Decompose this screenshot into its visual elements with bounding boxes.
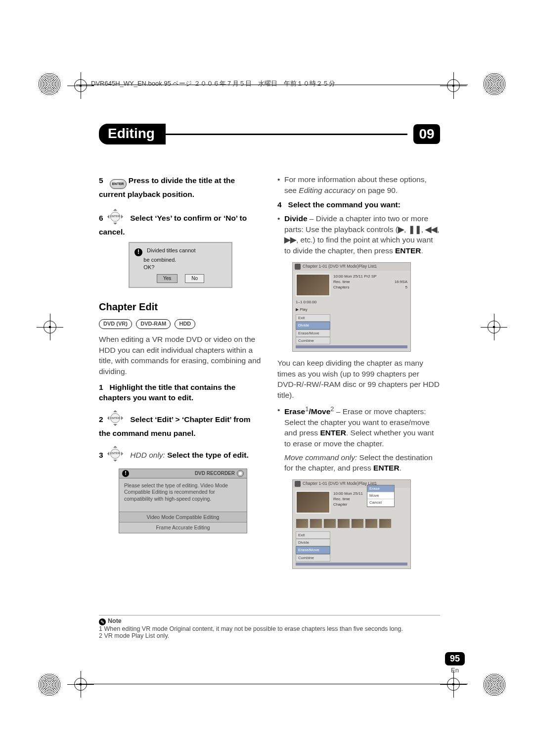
option-frame-accurate[interactable]: Frame Accurate Editing — [119, 522, 247, 533]
popup-cancel[interactable]: Cancel — [367, 499, 394, 506]
chapter-thumb — [323, 519, 336, 528]
register-mark — [38, 673, 61, 697]
step-number: 3 — [99, 451, 103, 459]
page-number: 95 En — [445, 652, 465, 674]
menu-exit[interactable]: Exit — [296, 531, 330, 539]
no-button[interactable]: No — [185, 274, 204, 283]
enter-label: ENTER — [373, 464, 400, 472]
note-text: Note — [108, 617, 122, 624]
menu-erase-move[interactable]: Erase/Move — [296, 546, 330, 554]
paragraph: You can keep dividing the chapter as man… — [277, 358, 440, 401]
window-title: Chapter 1-01 (DVD VR Mode)Play List1 — [303, 264, 377, 270]
nav-pad-icon: ENTER — [105, 207, 125, 227]
right-column: For more information about these options… — [277, 172, 440, 575]
label: Divide — [284, 214, 308, 223]
enter-button-icon: ENTER — [110, 179, 127, 189]
meta-value: 5 — [405, 284, 407, 290]
menu-combine[interactable]: Combine — [296, 337, 330, 344]
menu-divide[interactable]: Divide — [296, 539, 330, 546]
step-text: Select the type of edit. — [167, 451, 249, 459]
chapter-thumb — [310, 519, 322, 528]
step-1: 1 Highlight the title that contains the … — [99, 382, 262, 403]
step-4: 4 Select the command you want: — [277, 199, 440, 210]
step-text: Highlight the title that contains the ch… — [99, 383, 235, 402]
menu-exit[interactable]: Exit — [296, 314, 330, 322]
chapter-thumb — [337, 519, 350, 528]
chapter-title-bar: Editing 09 — [99, 124, 440, 144]
alert-icon: ! — [134, 248, 142, 256]
chapter-thumb — [296, 519, 309, 528]
dialog-body: Please select the type of editing. Video… — [119, 478, 247, 512]
title-rule — [166, 134, 407, 135]
step-number: 4 — [277, 200, 282, 209]
dialog-title: DVD RECORDER — [195, 470, 235, 477]
popup-menu: Erase Move Cancel — [367, 485, 395, 507]
mode-pill: DVD (VR) — [99, 319, 132, 329]
bullet-divide: Divide – Divide a chapter into two or mo… — [277, 213, 440, 256]
label: Erase — [284, 407, 305, 416]
text: on page 90. — [355, 186, 398, 194]
disc-icon — [237, 470, 244, 477]
meta-value: 16:9SA — [395, 279, 407, 284]
alert-icon: ! — [122, 470, 129, 477]
label: /Move — [309, 407, 330, 416]
rewind-icon: ◀◀ — [425, 225, 437, 234]
video-thumbnail — [296, 274, 330, 296]
menu-combine[interactable]: Combine — [296, 554, 330, 562]
timeline — [296, 563, 407, 566]
section-heading: Chapter Edit — [99, 300, 262, 314]
register-mark — [38, 72, 61, 96]
mode-pill: DVD-RAM — [136, 319, 171, 329]
crop-mark-icon — [484, 317, 504, 337]
chapter-title: Editing — [99, 124, 166, 144]
bullet-erase-move: Erase1/Move2 – Erase or move chapters: S… — [277, 405, 440, 449]
paragraph: Move command only: Select the destinatio… — [277, 452, 440, 473]
chapter-number-badge: 09 — [413, 124, 440, 144]
crop-mark-icon — [70, 75, 91, 96]
menu-erase-move[interactable]: Erase/Move — [296, 330, 330, 337]
play-icon: ▶ — [398, 225, 404, 234]
step-number: 5 — [99, 176, 103, 185]
play-indicator: ▶ Play — [296, 307, 308, 312]
crop-mark-icon — [70, 674, 91, 695]
yes-button[interactable]: Yes — [157, 274, 178, 283]
meta-date: 10:00 Mon 25/11 Pr2 SP — [333, 274, 407, 279]
step-3: 3 ENTER HDD only: Select the type of edi… — [99, 444, 262, 464]
pause-icon: ❚❚ — [408, 225, 421, 234]
step-2: 2 ENTER Select ‘Edit’ > ‘Chapter Edit’ f… — [99, 408, 262, 439]
dialog-line: Divided titles cannot — [147, 247, 195, 253]
crop-mark-icon — [443, 75, 464, 96]
nav-pad-icon: ENTER — [105, 444, 125, 464]
popup-move[interactable]: Move — [367, 492, 394, 499]
source-file-path: DVR645H_WY_EN.book 95 ページ ２００６年７月５日 水曜日 … — [91, 79, 335, 88]
step-6: 6 ENTER Select ‘Yes’ to confirm or ‘No’ … — [99, 207, 262, 237]
popup-erase[interactable]: Erase — [367, 485, 394, 492]
option-video-mode[interactable]: Video Mode Compatible Editing — [119, 512, 247, 522]
divider — [99, 615, 440, 615]
page-number-value: 95 — [445, 652, 465, 665]
paragraph: When editing a VR mode DVD or video on t… — [99, 334, 262, 377]
chapter-move-preview: Chapter 1-01 (DVD VR Mode)Play List1 10:… — [292, 479, 411, 569]
left-column: 5 ENTER Press to divide the title at the… — [99, 172, 262, 575]
step-number: 2 — [99, 415, 103, 424]
video-thumbnail — [296, 491, 330, 514]
text-italic: Move command only: — [284, 453, 357, 462]
text-italic: Editing accuracy — [299, 186, 355, 194]
register-mark — [483, 72, 506, 96]
confirm-dialog: ! Divided titles cannot be combined. OK?… — [129, 242, 232, 288]
step-number: 1 — [99, 383, 103, 391]
enter-label: ENTER — [320, 428, 346, 437]
pencil-icon: ✎ — [99, 618, 106, 625]
window-title: Chapter 1-01 (DVD VR Mode)Play List1 — [303, 481, 377, 487]
footnote-2: 2 VR mode Play List only. — [99, 632, 440, 639]
trim-line — [76, 684, 468, 684]
nav-pad-icon: ENTER — [105, 408, 125, 428]
recorder-dialog: ! DVD RECORDER Please select the type of… — [119, 469, 247, 533]
fast-forward-icon: ▶▶ — [284, 236, 296, 244]
step-text: Select the command you want: — [288, 200, 400, 209]
footnote-1: 1 When editing VR mode Original content,… — [99, 625, 440, 632]
chapter-thumb — [365, 519, 378, 528]
menu-divide[interactable]: Divide — [296, 322, 330, 329]
crop-mark-icon — [443, 674, 464, 695]
track-pos: 1–1 0:00.00 — [296, 300, 316, 304]
